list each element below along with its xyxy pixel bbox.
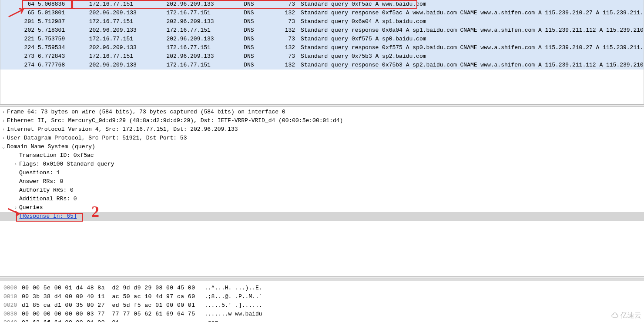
col-no: 273 xyxy=(21,52,34,61)
col-no: 64 xyxy=(21,0,34,9)
col-destination: 202.96.209.133 xyxy=(166,17,240,26)
packet-row[interactable]: 201 5.712987 172.16.77.151 202.96.209.13… xyxy=(0,17,644,26)
col-destination: 172.16.77.151 xyxy=(166,43,240,52)
tree-dns-flags[interactable]: ›Flags: 0x0100 Standard query xyxy=(0,160,644,169)
chevron-right-icon[interactable]: › xyxy=(0,108,7,117)
packet-row[interactable]: 221 5.753759 172.16.77.151 202.96.209.13… xyxy=(0,35,644,43)
watermark-text: 亿速云 xyxy=(621,312,641,319)
bytes-row[interactable]: 0020d1 85 ca d1 00 35 00 27 ed 5d f5 ac … xyxy=(0,301,644,310)
tree-dns-authority-rrs[interactable]: Authority RRs: 0 xyxy=(0,186,644,195)
col-length: 132 xyxy=(278,9,297,17)
tree-dns-answer-rrs[interactable]: Answer RRs: 0 xyxy=(0,177,644,186)
tree-ip[interactable]: ›Internet Protocol Version 4, Src: 172.1… xyxy=(0,125,644,134)
chevron-down-icon[interactable]: ⌄ xyxy=(0,143,7,152)
bytes-offset: 0010 xyxy=(3,292,22,301)
bytes-row[interactable]: 000000 00 5e 00 01 d4 48 8a d2 9d d9 29 … xyxy=(0,284,644,292)
tree-ip-label: Internet Protocol Version 4, Src: 172.16… xyxy=(7,126,238,133)
col-source: 202.96.209.133 xyxy=(89,43,163,52)
chevron-right-icon[interactable]: › xyxy=(0,134,7,143)
col-protocol: DNS xyxy=(244,43,274,52)
col-destination: 172.16.77.151 xyxy=(166,61,240,70)
chevron-right-icon[interactable]: › xyxy=(12,160,19,169)
cloud-icon xyxy=(611,312,619,320)
tree-dns-questions-label: Questions: 1 xyxy=(19,169,60,176)
col-info: Standard query response 0xf5ac A www.bai… xyxy=(301,9,644,17)
bytes-row[interactable]: 003000 00 00 00 00 00 03 77 77 77 05 62 … xyxy=(0,310,644,319)
bytes-ascii: .......w ww.baidu xyxy=(205,310,262,319)
packet-row[interactable]: 224 5.759534 202.96.209.133 172.16.77.15… xyxy=(0,43,644,52)
bytes-ascii: .com.... . xyxy=(205,319,238,322)
col-source: 172.16.77.151 xyxy=(89,35,163,43)
bytes-offset: 0040 xyxy=(3,319,22,322)
tree-ethernet-label: Ethernet II, Src: MercuryC_9d:d9:29 (48:… xyxy=(7,117,343,124)
col-protocol: DNS xyxy=(244,35,274,43)
tree-dns-additional-rrs-label: Additional RRs: 0 xyxy=(19,196,77,202)
response-in-link[interactable]: [Response In: 65] xyxy=(19,213,77,219)
bytes-offset: 0000 xyxy=(3,284,22,292)
col-time: 5.753759 xyxy=(38,35,86,43)
bytes-ascii: ..^...H. ...)..E. xyxy=(205,284,262,292)
packet-list-pane[interactable]: 64 5.008836 172.16.77.151 202.96.209.133… xyxy=(0,0,644,104)
col-no: 221 xyxy=(21,35,34,43)
packet-bytes-pane[interactable]: 000000 00 5e 00 01 d4 48 8a d2 9d d9 29 … xyxy=(0,279,644,322)
col-time: 5.712987 xyxy=(38,17,86,26)
tree-dns-queries[interactable]: ›Queries xyxy=(0,203,644,212)
bytes-hex: 00 00 5e 00 01 d4 48 8a d2 9d d9 29 08 0… xyxy=(22,284,205,292)
tree-dns-answer-rrs-label: Answer RRs: 0 xyxy=(19,178,63,185)
col-no: 274 xyxy=(21,61,34,70)
watermark: 亿速云 xyxy=(611,311,641,320)
col-source: 202.96.209.133 xyxy=(89,61,163,70)
bytes-hex: 00 3b 38 d4 00 00 40 11 ac 50 ac 10 4d 9… xyxy=(22,292,205,301)
tree-dns-questions[interactable]: Questions: 1 xyxy=(0,169,644,177)
tree-frame[interactable]: ›Frame 64: 73 bytes on wire (584 bits), … xyxy=(0,108,644,116)
packet-row[interactable]: 65 5.013801 202.96.209.133 172.16.77.151… xyxy=(0,9,644,17)
tree-dns[interactable]: ⌄Domain Name System (query) xyxy=(0,143,644,151)
bytes-row[interactable]: 004003 63 6f 6d 00 00 01 00 01.com.... . xyxy=(0,319,644,322)
col-time: 5.718301 xyxy=(38,26,86,35)
col-info: Standard query 0xf5ac A www.baidu.com xyxy=(301,0,426,9)
col-length: 73 xyxy=(278,0,297,9)
col-source: 172.16.77.151 xyxy=(89,17,163,26)
chevron-right-icon[interactable]: › xyxy=(0,117,7,126)
chevron-right-icon[interactable]: › xyxy=(12,204,19,212)
bytes-hex: 00 00 00 00 00 00 03 77 77 77 05 62 61 6… xyxy=(22,310,205,319)
packet-details-pane[interactable]: ›Frame 64: 73 bytes on wire (584 bits), … xyxy=(0,107,644,276)
packet-row[interactable]: 64 5.008836 172.16.77.151 202.96.209.133… xyxy=(0,0,644,9)
col-protocol: DNS xyxy=(244,52,274,61)
tree-dns-additional-rrs[interactable]: Additional RRs: 0 xyxy=(0,195,644,203)
col-destination: 202.96.209.133 xyxy=(166,52,240,61)
bytes-ascii: .;8...@. .P..M..` xyxy=(205,292,262,301)
tree-dns-txid[interactable]: Transaction ID: 0xf5ac xyxy=(0,151,644,160)
col-protocol: DNS xyxy=(244,0,274,9)
packet-row[interactable]: 273 6.772843 172.16.77.151 202.96.209.13… xyxy=(0,52,644,61)
col-length: 132 xyxy=(278,26,297,35)
bytes-row[interactable]: 001000 3b 38 d4 00 00 40 11 ac 50 ac 10 … xyxy=(0,292,644,301)
col-time: 5.759534 xyxy=(38,43,86,52)
packet-row[interactable]: 274 6.777768 202.96.209.133 172.16.77.15… xyxy=(0,61,644,70)
col-protocol: DNS xyxy=(244,61,274,70)
chevron-right-icon[interactable]: › xyxy=(0,126,7,134)
col-protocol: DNS xyxy=(244,26,274,35)
col-no: 65 xyxy=(21,9,34,17)
tree-frame-label: Frame 64: 73 bytes on wire (584 bits), 7… xyxy=(7,109,285,115)
col-length: 73 xyxy=(278,52,297,61)
col-info: Standard query 0xf575 A sp0.baidu.com xyxy=(301,35,426,43)
col-destination: 202.96.209.133 xyxy=(166,35,240,43)
col-destination: 172.16.77.151 xyxy=(166,9,240,17)
col-destination: 172.16.77.151 xyxy=(166,26,240,35)
col-no: 202 xyxy=(21,26,34,35)
tree-udp[interactable]: ›User Datagram Protocol, Src Port: 51921… xyxy=(0,134,644,143)
col-no: 224 xyxy=(21,43,34,52)
tree-ethernet[interactable]: ›Ethernet II, Src: MercuryC_9d:d9:29 (48… xyxy=(0,116,644,125)
col-length: 132 xyxy=(278,61,297,70)
col-length: 132 xyxy=(278,43,297,52)
packet-row[interactable]: 202 5.718301 202.96.209.133 172.16.77.15… xyxy=(0,26,644,35)
tree-dns-txid-label: Transaction ID: 0xf5ac xyxy=(19,152,94,159)
tree-dns-queries-label: Queries xyxy=(19,204,43,211)
tree-dns-response-in[interactable]: [Response In: 65] xyxy=(0,212,644,221)
col-info: Standard query 0x75b3 A sp2.baidu.com xyxy=(301,52,426,61)
col-source: 172.16.77.151 xyxy=(89,0,163,9)
col-source: 172.16.77.151 xyxy=(89,52,163,61)
tree-dns-authority-rrs-label: Authority RRs: 0 xyxy=(19,187,74,193)
col-time: 5.013801 xyxy=(38,9,86,17)
